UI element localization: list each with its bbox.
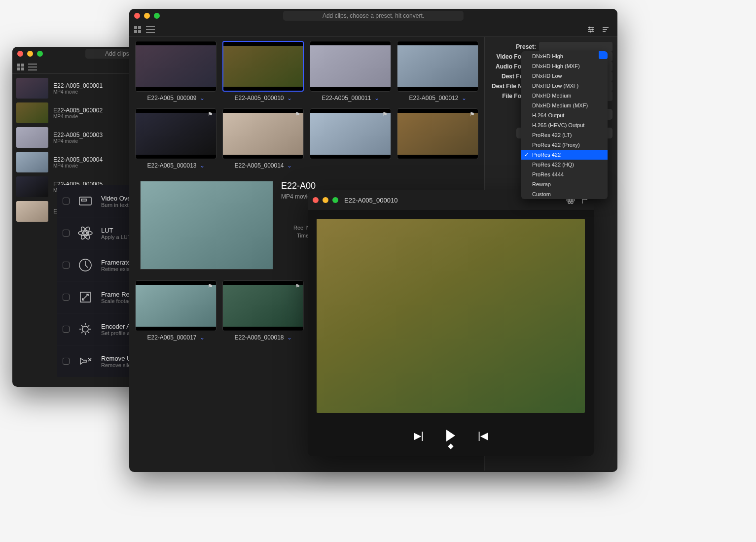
clip[interactable]: E22-A005_000009⌄ bbox=[135, 41, 216, 102]
chevron-down-icon[interactable]: ⌄ bbox=[374, 95, 379, 102]
chevron-down-icon[interactable]: ⌄ bbox=[462, 95, 467, 102]
window-title: Add clips, choose a preset, hit convert. bbox=[283, 11, 464, 21]
svg-point-2 bbox=[84, 232, 87, 235]
minimize-icon[interactable] bbox=[144, 13, 150, 19]
flag-icon[interactable]: ⚑ bbox=[469, 111, 475, 118]
flag-icon[interactable]: ⚑ bbox=[295, 283, 300, 290]
form-row: Preset: bbox=[490, 42, 612, 52]
thumbnail bbox=[16, 201, 48, 222]
clip-name: E22-A005_000018 bbox=[234, 334, 284, 341]
checkbox[interactable] bbox=[63, 230, 70, 237]
chevron-down-icon[interactable]: ⌄ bbox=[287, 95, 292, 102]
minimize-icon[interactable] bbox=[27, 51, 33, 57]
play-icon[interactable] bbox=[446, 430, 455, 441]
preset-dropdown[interactable]: DNxHD HighDNxHD High (MXF)DNxHD LowDNxHD… bbox=[521, 51, 608, 199]
dropdown-option[interactable]: ProRes 422 bbox=[521, 150, 608, 160]
minimize-icon[interactable] bbox=[323, 197, 328, 203]
setting-icon bbox=[76, 288, 94, 306]
chevron-down-icon[interactable]: ⌄ bbox=[200, 95, 205, 102]
checkbox[interactable] bbox=[63, 262, 70, 269]
setting-icon bbox=[76, 320, 94, 338]
dropdown-option[interactable]: DNxHD High (MXF) bbox=[521, 61, 608, 71]
dropdown-option[interactable]: ProRes 422 (Proxy) bbox=[521, 140, 608, 150]
clip-thumbnail[interactable] bbox=[135, 41, 216, 92]
clip-name: E22-A005_000003 bbox=[53, 132, 103, 138]
fullscreen-icon[interactable] bbox=[154, 13, 160, 19]
dropdown-option[interactable]: DNxHD Low (MXF) bbox=[521, 81, 608, 91]
clip[interactable]: E22-A005_000012⌄ bbox=[397, 41, 478, 102]
clip-thumbnail[interactable] bbox=[397, 41, 478, 92]
next-frame-icon[interactable]: ▶| bbox=[414, 430, 424, 441]
preview-title: E22-A005_000010 bbox=[344, 197, 397, 204]
clip-name: E22-A005_000010 bbox=[234, 95, 284, 102]
thumbnail bbox=[16, 127, 48, 148]
clip[interactable]: ⚑ E22-A005_000017⌄ bbox=[135, 280, 216, 342]
chevron-down-icon[interactable]: ⌄ bbox=[200, 334, 205, 341]
clip-name: E22-A005_000001 bbox=[53, 82, 103, 89]
clip[interactable]: ⚑ E22-A005_000013⌄ bbox=[135, 108, 216, 170]
clip-thumbnail[interactable] bbox=[222, 41, 304, 92]
clip-name: E22-A005_000013 bbox=[147, 162, 196, 169]
dropdown-option[interactable]: DNxHD Low bbox=[521, 71, 608, 81]
chevron-down-icon[interactable]: ⌄ bbox=[200, 162, 205, 169]
grid-view-icon[interactable] bbox=[17, 64, 24, 70]
clip-format: MP4 movie bbox=[53, 89, 103, 95]
clip[interactable]: ⚑ E22-A005_000018⌄ bbox=[222, 280, 304, 342]
dropdown-option[interactable]: ProRes 422 (LT) bbox=[521, 130, 608, 140]
playback-controls: ▶| |◀ bbox=[308, 422, 594, 456]
prev-frame-icon[interactable]: |◀ bbox=[478, 430, 488, 441]
chevron-down-icon[interactable]: ⌄ bbox=[287, 334, 292, 341]
flag-icon[interactable]: ⚑ bbox=[208, 283, 213, 290]
dropdown-option[interactable]: DNxHD Medium (MXF) bbox=[521, 101, 608, 110]
checkbox[interactable] bbox=[63, 294, 70, 301]
dropdown-option[interactable]: H.265 (HEVC) Output bbox=[521, 120, 608, 130]
chevron-down-icon[interactable]: ⌄ bbox=[287, 162, 292, 169]
thumbnail bbox=[16, 78, 48, 99]
thumbnail bbox=[16, 152, 48, 172]
sliders-icon[interactable] bbox=[587, 26, 595, 34]
clip-format: MP4 movie bbox=[53, 138, 103, 144]
fullscreen-icon[interactable] bbox=[332, 197, 338, 203]
clip-format: MP4 movie bbox=[53, 163, 103, 169]
close-icon[interactable] bbox=[17, 51, 23, 57]
titlebar[interactable]: Add clips, choose a preset, hit convert. bbox=[129, 9, 617, 23]
clip-thumbnail[interactable]: ⚑ bbox=[135, 108, 216, 159]
dropdown-option[interactable]: Custom bbox=[521, 189, 608, 199]
fullscreen-icon[interactable] bbox=[37, 51, 43, 57]
clip[interactable]: ⚑ E22-A005_000014⌄ bbox=[222, 108, 304, 170]
close-icon[interactable] bbox=[313, 197, 319, 203]
clip[interactable]: E22-A005_000010⌄ bbox=[222, 41, 304, 102]
list-view-icon[interactable] bbox=[28, 64, 37, 70]
clip-thumbnail[interactable]: ⚑ bbox=[222, 108, 304, 159]
clip-thumbnail[interactable]: ⚑ bbox=[397, 108, 478, 159]
clip-format: MP4 movie bbox=[53, 114, 103, 119]
clip-thumbnail[interactable]: ⚑ bbox=[222, 280, 304, 331]
sort-icon[interactable] bbox=[602, 26, 610, 34]
dropdown-option[interactable]: Rewrap bbox=[521, 179, 608, 189]
flag-icon[interactable]: ⚑ bbox=[208, 111, 213, 118]
checkbox[interactable] bbox=[63, 198, 70, 204]
form-field[interactable] bbox=[539, 42, 612, 52]
keyframe-icon[interactable] bbox=[448, 443, 453, 449]
close-icon[interactable] bbox=[134, 13, 140, 19]
flag-icon[interactable]: ⚑ bbox=[382, 111, 388, 118]
preview-image[interactable] bbox=[317, 219, 585, 413]
clip-thumbnail[interactable]: ⚑ bbox=[310, 108, 391, 159]
dropdown-option[interactable]: H.264 Output bbox=[521, 110, 608, 120]
dropdown-option[interactable]: DNxHD Medium bbox=[521, 91, 608, 101]
form-label: Preset: bbox=[490, 43, 539, 50]
checkbox[interactable] bbox=[63, 326, 70, 333]
checkbox[interactable] bbox=[63, 358, 70, 365]
flag-icon[interactable]: ⚑ bbox=[295, 111, 300, 118]
grid-view-icon[interactable] bbox=[134, 26, 141, 33]
dropdown-option[interactable]: ProRes 422 (HQ) bbox=[521, 160, 608, 169]
list-view-icon[interactable] bbox=[146, 26, 155, 33]
dropdown-option[interactable]: ProRes 4444 bbox=[521, 169, 608, 179]
detail-thumbnail[interactable] bbox=[140, 181, 273, 270]
thumbnail bbox=[16, 102, 48, 123]
clip-thumbnail[interactable]: ⚑ bbox=[135, 280, 216, 331]
dropdown-option[interactable]: DNxHD High bbox=[521, 51, 608, 61]
clip-thumbnail[interactable] bbox=[310, 41, 391, 92]
clip[interactable]: E22-A005_000011⌄ bbox=[310, 41, 391, 102]
clip-name: E22-A005_000011 bbox=[322, 95, 371, 102]
